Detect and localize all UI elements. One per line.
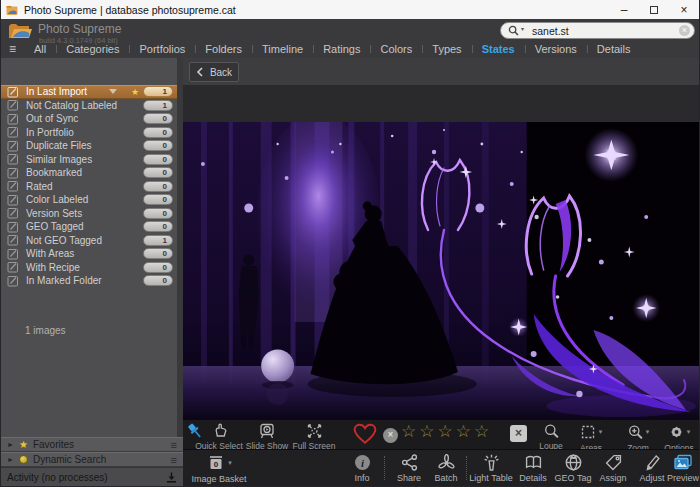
action-toolbar: 0 ▾ Image Basket i Info — [183, 449, 699, 486]
assign-button[interactable]: Assign — [591, 454, 635, 483]
favorite-star-icon[interactable]: ★ — [131, 87, 139, 97]
edit-checkbox-icon[interactable] — [7, 86, 19, 98]
panel-menu-icon[interactable]: ≡ — [171, 454, 177, 466]
sidebar-item-similar-images[interactable]: Similar Images 0 — [1, 153, 177, 167]
activity-expand-icon[interactable] — [166, 472, 177, 483]
sidebar-item-in-last-import[interactable]: In Last Import ★ 1 — [1, 85, 177, 99]
edit-checkbox-icon[interactable] — [7, 167, 19, 179]
activity-statusbar: Activity (no processes) — [1, 467, 183, 486]
sidebar-item-duplicate-files[interactable]: Duplicate Files 0 — [1, 139, 177, 153]
search-input[interactable]: ▾ sanet.st × — [500, 22, 695, 39]
photo-preview[interactable] — [183, 122, 699, 419]
batch-button[interactable]: Batch — [424, 454, 468, 483]
basket-caret-icon[interactable]: ▾ — [228, 459, 232, 467]
sidebar-item-color-labeled[interactable]: Color Labeled 0 — [1, 193, 177, 207]
expand-arrow-icon[interactable]: ► — [7, 456, 14, 463]
back-button[interactable]: Back — [189, 62, 239, 82]
preview-button[interactable]: Preview — [665, 454, 700, 483]
image-basket-button[interactable]: 0 ▾ Image Basket — [187, 454, 251, 484]
search-clear-icon[interactable]: × — [679, 25, 690, 36]
loupe-button[interactable]: Loupe — [529, 423, 573, 451]
fullscreen-icon — [306, 423, 323, 439]
image-count-summary: 1 images — [25, 325, 66, 336]
hand-icon — [211, 423, 228, 439]
menu-icon[interactable]: ≡ — [1, 42, 24, 56]
edit-checkbox-icon[interactable] — [7, 234, 19, 246]
sidebar-item-geo-tagged[interactable]: GEO Tagged 0 — [1, 220, 177, 234]
details-button[interactable]: Details — [511, 454, 555, 483]
info-button[interactable]: i Info — [340, 454, 384, 483]
areas-icon — [580, 424, 597, 440]
areas-caret-icon[interactable]: ▾ — [599, 428, 603, 436]
expand-arrow-icon[interactable]: ► — [7, 441, 14, 448]
zoom-caret-icon[interactable]: ▾ — [646, 428, 650, 436]
edit-checkbox-icon[interactable] — [7, 180, 19, 192]
sidebar-item-in-marked-folder[interactable]: In Marked Folder 0 — [1, 274, 177, 288]
sidebar-item-bookmarked[interactable]: Bookmarked 0 — [1, 166, 177, 180]
edit-checkbox-icon[interactable] — [7, 126, 19, 138]
sidebar-item-label: GEO Tagged — [26, 221, 143, 232]
edit-checkbox-icon[interactable] — [7, 140, 19, 152]
light-table-button[interactable]: Light Table — [469, 454, 513, 483]
globe-icon — [565, 454, 582, 471]
favorite-heart-icon[interactable] — [353, 423, 377, 445]
titlebar: Photo Supreme | database photosupreme.ca… — [1, 0, 699, 19]
geo-tag-button[interactable]: GEO Tag — [551, 454, 595, 483]
minimize-button[interactable]: – — [609, 0, 639, 19]
nav-tab-portfolios[interactable]: Portfolios — [129, 43, 195, 55]
edit-checkbox-icon[interactable] — [7, 275, 19, 287]
edit-checkbox-icon[interactable] — [7, 113, 19, 125]
favorites-panel-header[interactable]: ► ★ Favorites ≡ — [1, 437, 183, 452]
batch-label: Batch — [434, 473, 457, 483]
edit-checkbox-icon[interactable] — [7, 153, 19, 165]
nav-tab-timeline[interactable]: Timeline — [252, 43, 313, 55]
sidebar-item-rated[interactable]: Rated 0 — [1, 180, 177, 194]
sidebar-item-with-recipe[interactable]: With Recipe 0 — [1, 261, 177, 275]
sidebar-item-label: Similar Images — [26, 154, 143, 165]
search-options-caret-icon[interactable]: ▾ — [521, 25, 524, 32]
count-badge: 0 — [143, 262, 173, 273]
edit-checkbox-icon[interactable] — [7, 248, 19, 260]
edit-checkbox-icon[interactable] — [7, 207, 19, 219]
nav-tab-ratings[interactable]: Ratings — [313, 43, 370, 55]
toolbar-separator — [384, 456, 385, 480]
sidebar-item-not-catalog-labeled[interactable]: Not Catalog Labeled 1 — [1, 99, 177, 113]
nav-tab-all[interactable]: All — [24, 43, 56, 55]
edit-checkbox-icon[interactable] — [7, 194, 19, 206]
nav-tab-folders[interactable]: Folders — [195, 43, 252, 55]
nav-tab-details[interactable]: Details — [587, 43, 641, 55]
nav-tab-colors[interactable]: Colors — [370, 43, 422, 55]
edit-checkbox-icon[interactable] — [7, 99, 19, 111]
options-caret-icon[interactable]: ▾ — [687, 428, 691, 436]
count-badge: 0 — [143, 167, 173, 178]
dynamic-search-panel-header[interactable]: ► Dynamic Search ≡ — [1, 452, 183, 467]
rating-stars[interactable]: ☆☆☆☆☆ — [401, 421, 492, 442]
full-screen-button[interactable]: Full Screen — [286, 423, 342, 451]
sidebar-item-version-sets[interactable]: Version Sets 0 — [1, 207, 177, 221]
nav-tab-versions[interactable]: Versions — [525, 43, 587, 55]
sidebar-item-not-geo-tagged[interactable]: Not GEO Tagged 1 — [1, 234, 177, 248]
app-icon — [6, 4, 18, 16]
sidebar-item-out-of-sync[interactable]: Out of Sync 0 — [1, 112, 177, 126]
favorites-star-icon: ★ — [19, 439, 28, 450]
sidebar-item-in-portfolio[interactable]: In Portfolio 0 — [1, 126, 177, 140]
close-button[interactable]: × — [669, 0, 699, 19]
clear-favorite-icon[interactable]: × — [383, 428, 398, 443]
back-button-label: Back — [210, 67, 232, 78]
image-basket-label: Image Basket — [191, 474, 246, 484]
nav-tab-states[interactable]: States — [472, 43, 525, 55]
panel-menu-icon[interactable]: ≡ — [171, 439, 177, 451]
count-badge: 1 — [143, 100, 173, 111]
count-badge: 1 — [143, 235, 173, 246]
edit-checkbox-icon[interactable] — [7, 221, 19, 233]
image-viewer — [183, 85, 699, 419]
edit-checkbox-icon[interactable] — [7, 261, 19, 273]
filter-funnel-icon[interactable] — [109, 89, 117, 94]
sidebar-item-with-areas[interactable]: With Areas 0 — [1, 247, 177, 261]
sidebar-item-label: Color Labeled — [26, 194, 143, 205]
clear-rating-button[interactable]: × — [510, 425, 527, 442]
info-label: Info — [354, 473, 369, 483]
nav-tab-types[interactable]: Types — [422, 43, 471, 55]
nav-tab-categories[interactable]: Categories — [56, 43, 129, 55]
maximize-button[interactable] — [639, 0, 669, 19]
